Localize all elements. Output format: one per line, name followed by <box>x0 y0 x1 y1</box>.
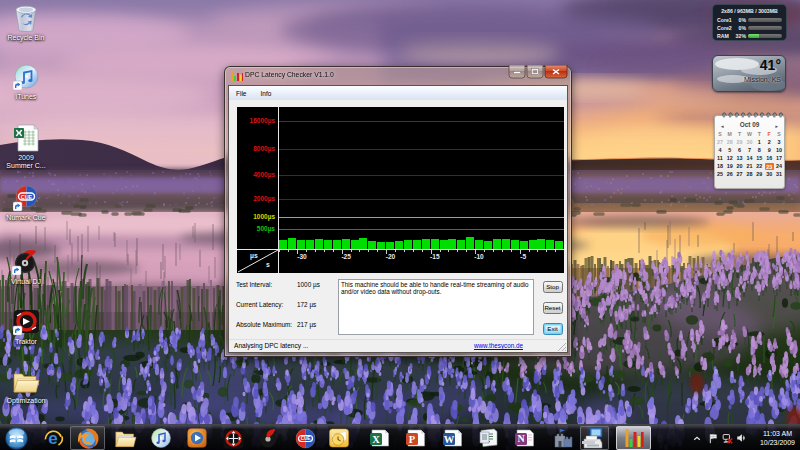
svg-text:W: W <box>444 434 455 445</box>
svg-text:X: X <box>372 434 380 445</box>
svg-text:P: P <box>409 434 416 445</box>
svg-text:CUE: CUE <box>20 194 32 200</box>
svg-text:N: N <box>517 433 525 444</box>
svg-text:CUE: CUE <box>300 436 310 441</box>
